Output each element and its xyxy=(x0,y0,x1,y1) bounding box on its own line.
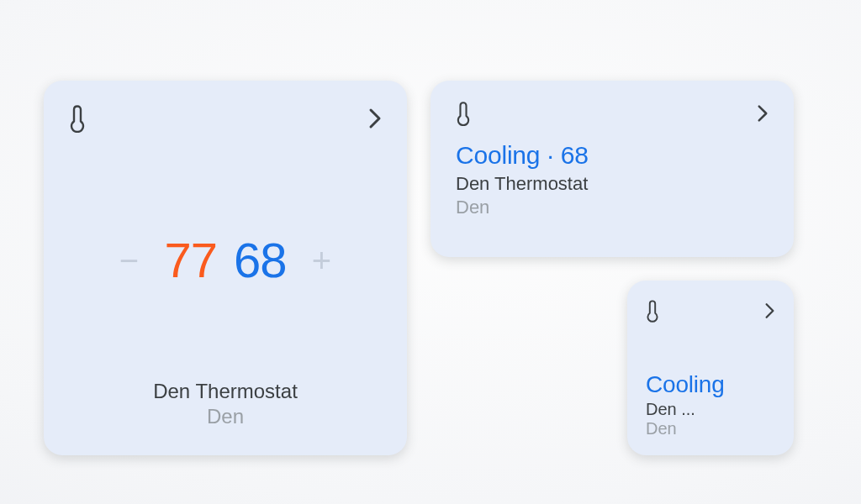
device-name: Den Thermostat xyxy=(456,173,769,195)
room-name: Den xyxy=(69,405,382,428)
card-footer: Den Thermostat Den xyxy=(69,380,382,435)
cool-setpoint: 68 xyxy=(234,236,287,285)
thermostat-card-large[interactable]: − 77 68 + Den Thermostat Den xyxy=(44,81,407,455)
device-name: Den Thermostat xyxy=(69,380,382,403)
decrease-heat-button[interactable]: − xyxy=(110,244,147,277)
chevron-right-icon[interactable] xyxy=(764,302,775,319)
room-name: Den xyxy=(456,197,769,218)
thermometer-icon xyxy=(69,104,86,133)
status-line: Cooling xyxy=(646,371,775,398)
thermostat-card-medium[interactable]: Cooling · 68 Den Thermostat Den xyxy=(430,81,794,257)
status-line: Cooling · 68 xyxy=(456,141,769,170)
chevron-right-icon[interactable] xyxy=(368,108,382,129)
room-name: Den xyxy=(646,419,775,438)
card-header xyxy=(646,299,775,323)
increase-cool-button[interactable]: + xyxy=(304,244,341,277)
device-name: Den ... xyxy=(646,400,775,419)
card-body: Cooling · 68 Den Thermostat Den xyxy=(456,141,769,218)
card-header xyxy=(456,101,769,126)
thermostat-card-small[interactable]: Cooling Den ... Den xyxy=(627,281,794,455)
card-body: Cooling Den ... Den xyxy=(646,371,775,440)
temperature-controls: − 77 68 + xyxy=(69,141,382,380)
thermometer-icon xyxy=(456,101,471,126)
thermometer-icon xyxy=(646,299,659,323)
heat-setpoint: 77 xyxy=(164,236,217,285)
card-header xyxy=(69,104,382,133)
chevron-right-icon[interactable] xyxy=(757,104,769,123)
